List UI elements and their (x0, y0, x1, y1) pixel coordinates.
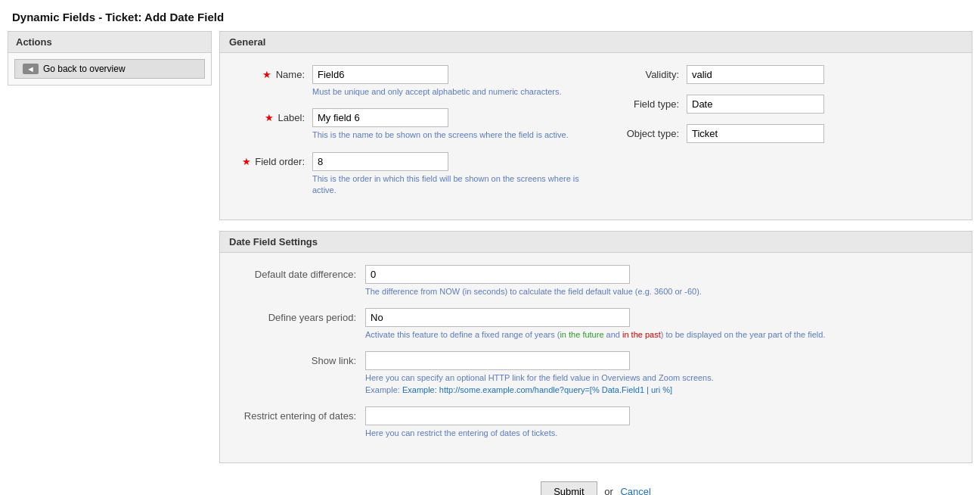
show-link-hint-1: Here you can specify an optional HTTP li… (365, 373, 714, 382)
general-section: General ★ Name: Must be un (219, 31, 972, 220)
name-input[interactable] (312, 65, 448, 84)
submit-area: Submit or Cancel (219, 474, 972, 495)
name-label: ★ Name: (229, 65, 312, 80)
submit-button[interactable]: Submit (541, 481, 597, 495)
back-arrow-icon: ◄ (23, 64, 39, 74)
default-date-diff-label: Default date difference: (229, 265, 365, 280)
field-order-input[interactable] (312, 152, 448, 171)
define-years-label: Define years period: (229, 308, 365, 323)
label-hint: This is the name to be shown on the scre… (312, 129, 596, 141)
sidebar: Actions ◄ Go back to overview (8, 31, 212, 86)
back-button-label: Go back to overview (43, 64, 126, 74)
or-text: or (604, 486, 613, 495)
date-settings-body: Default date difference: The difference … (220, 253, 972, 462)
restrict-dates-hint: Here you can restrict the entering of da… (365, 428, 879, 439)
name-field: Must be unique and only accept alphabeti… (312, 65, 596, 98)
restrict-dates-label: Restrict entering of dates: (229, 406, 365, 422)
restrict-dates-field: Here you can restrict the entering of da… (365, 406, 963, 439)
general-section-title: General (220, 32, 972, 53)
define-years-field: Activate this feature to define a fixed … (365, 308, 963, 341)
show-link-label: Show link: (229, 351, 365, 366)
validity-row: Validity: (619, 65, 963, 84)
default-date-diff-row: Default date difference: The difference … (229, 265, 963, 297)
define-years-hint-post: ) to be displayed on the year part of th… (661, 330, 826, 339)
define-years-hint-red: in the past (622, 330, 661, 339)
field-type-row: Field type: (619, 95, 963, 114)
name-required-star: ★ (262, 69, 271, 80)
field-type-label: Field type: (619, 98, 687, 110)
validity-input[interactable] (687, 65, 824, 84)
field-order-field: This is the order in which this field wi… (312, 152, 596, 197)
general-section-body: ★ Name: Must be unique and only accept a… (220, 53, 972, 219)
general-left-col: ★ Name: Must be unique and only accept a… (229, 65, 596, 207)
general-right-col: Validity: Field type: Object type: (596, 65, 963, 207)
sidebar-section-title: Actions (8, 31, 212, 53)
default-date-diff-hint: The difference from NOW (in seconds) to … (365, 286, 879, 297)
field-order-required-star: ★ (242, 156, 251, 167)
show-link-field: Here you can specify an optional HTTP li… (365, 351, 963, 396)
validity-label: Validity: (619, 69, 687, 80)
define-years-hint: Activate this feature to define a fixed … (365, 329, 879, 341)
name-row: ★ Name: Must be unique and only accept a… (229, 65, 596, 98)
field-order-hint: This is the order in which this field wi… (312, 173, 596, 197)
show-link-hint: Here you can specify an optional HTTP li… (365, 372, 879, 396)
default-date-diff-field: The difference from NOW (in seconds) to … (365, 265, 963, 297)
define-years-hint-green: in the future (560, 330, 603, 339)
back-to-overview-button[interactable]: ◄ Go back to overview (14, 59, 205, 79)
page-title: Dynamic Fields - Ticket: Add Date Field (0, 0, 980, 31)
sidebar-content: ◄ Go back to overview (8, 53, 212, 86)
object-type-label: Object type: (619, 128, 687, 139)
date-settings-title: Date Field Settings (220, 232, 972, 253)
field-type-input[interactable] (687, 95, 824, 114)
name-hint: Must be unique and only accept alphabeti… (312, 86, 596, 98)
object-type-input[interactable] (687, 124, 824, 143)
default-date-diff-input[interactable] (365, 265, 630, 284)
field-order-label: ★ Field order: (229, 152, 312, 167)
show-link-hint-2: Example: Example: http://some.example.co… (365, 385, 672, 394)
show-link-input[interactable] (365, 351, 630, 370)
label-required-star: ★ (265, 112, 274, 123)
show-link-example: Example: http://some.example.com/handle?… (402, 385, 672, 394)
general-grid: ★ Name: Must be unique and only accept a… (229, 65, 963, 207)
label-label: ★ Label: (229, 108, 312, 123)
main-content: General ★ Name: Must be un (219, 31, 972, 495)
field-order-row: ★ Field order: This is the order in whic… (229, 152, 596, 197)
label-field: This is the name to be shown on the scre… (312, 108, 596, 141)
label-row: ★ Label: This is the name to be shown on… (229, 108, 596, 141)
define-years-hint-mid: and (604, 330, 622, 339)
date-settings-section: Date Field Settings Default date differe… (219, 231, 972, 463)
label-input[interactable] (312, 108, 448, 127)
define-years-row: Define years period: Activate this featu… (229, 308, 963, 341)
object-type-row: Object type: (619, 124, 963, 143)
restrict-dates-row: Restrict entering of dates: Here you can… (229, 406, 963, 439)
cancel-link[interactable]: Cancel (620, 486, 650, 495)
define-years-hint-pre: Activate this feature to define a fixed … (365, 330, 560, 339)
show-link-row: Show link: Here you can specify an optio… (229, 351, 963, 396)
restrict-dates-input[interactable] (365, 406, 630, 425)
define-years-input[interactable] (365, 308, 630, 327)
